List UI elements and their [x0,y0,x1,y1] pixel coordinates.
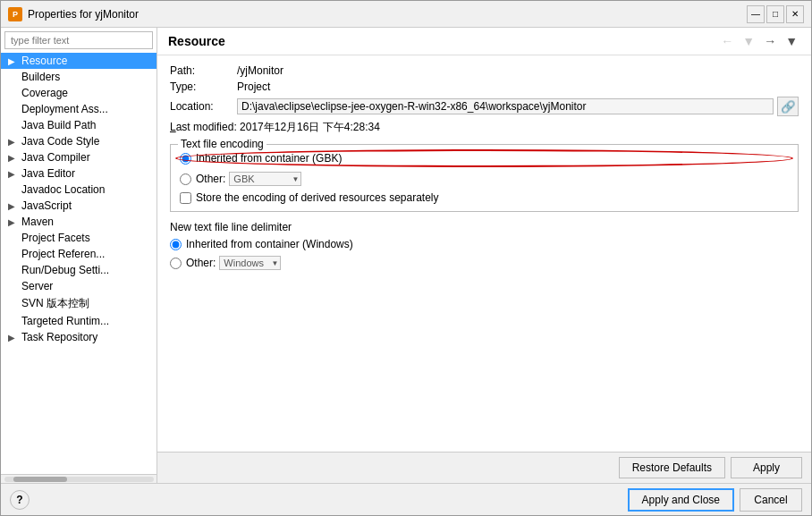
title-bar: P Properties for yjMonitor — □ ✕ [1,1,811,28]
other-line-row: Other: Windows Unix Mac ▼ [170,256,799,270]
sidebar-item-arrow-maven: ▶ [8,217,19,227]
sidebar-item-task-repository[interactable]: ▶Task Repository [1,329,156,345]
sidebar-item-targeted-runtimes[interactable]: Targeted Runtim... [1,313,156,329]
inherited-encoding-radio[interactable] [180,153,191,165]
sidebar-item-project-facets[interactable]: Project Facets [1,230,156,246]
forward-arrow[interactable]: → [761,33,779,49]
sidebar-item-label-task-repository: Task Repository [21,331,97,343]
inherited-line-radio[interactable] [170,239,182,250]
sidebar-item-project-references[interactable]: Project Referen... [1,246,156,262]
sidebar-item-javascript[interactable]: ▶JavaScript [1,198,156,214]
sidebar-item-run-debug-settings[interactable]: Run/Debug Setti... [1,262,156,278]
help-button[interactable]: ? [10,490,30,510]
sidebar-item-arrow-task-repository: ▶ [8,333,19,343]
store-encoding-label: Store the encoding of derived resources … [196,191,439,204]
store-encoding-row: Store the encoding of derived resources … [180,191,789,204]
sidebar-item-maven[interactable]: ▶Maven [1,214,156,230]
text-encoding-section: Text file encoding Inherited from contai… [170,144,799,212]
sidebar-item-java-compiler[interactable]: ▶Java Compiler [1,149,156,165]
sidebar-item-arrow-java-code-style: ▶ [8,137,19,147]
panel-body: Path: /yjMonitor Type: Project Location:… [157,55,811,452]
encoding-dropdown[interactable]: GBK UTF-8 UTF-16 ISO-8859-1 [229,172,301,186]
sidebar-item-label-maven: Maven [21,216,54,228]
sidebar-item-arrow-resource: ▶ [8,56,19,66]
sidebar-item-label-java-code-style: Java Code Style [21,135,99,148]
main-content: ▶ResourceBuildersCoverageDeployment Ass.… [1,28,811,483]
right-panel: Resource ← ▼ → ▼ Path: /yjMonitor Type: … [157,28,811,483]
sidebar-item-label-project-facets: Project Facets [21,232,90,244]
main-window: P Properties for yjMonitor — □ ✕ ▶Resour… [0,0,812,516]
sidebar-item-label-svn: SVN 版本控制 [21,296,89,311]
sidebar-item-resource[interactable]: ▶Resource [1,53,156,69]
other-line-radio[interactable] [170,258,182,269]
location-row: Location: D:\java\eclipse\eclipse-jee-ox… [170,97,799,116]
store-encoding-checkbox[interactable] [180,192,191,204]
sidebar-item-label-java-compiler: Java Compiler [21,151,90,164]
sidebar-item-arrow-java-editor: ▶ [8,169,19,179]
filter-input[interactable] [4,31,153,49]
line-dropdown[interactable]: Windows Unix Mac [219,256,281,270]
sidebar-item-svn[interactable]: SVN 版本控制 [1,294,156,313]
nav-arrows: ← ▼ → ▼ [718,33,800,49]
sidebar-item-server[interactable]: Server [1,278,156,294]
other-encoding-text: Other: [196,173,225,185]
type-row: Type: Project [170,80,799,93]
path-label: Path: [170,64,237,77]
text-encoding-label: Text file encoding [178,138,266,150]
last-modified-row: Last modified: 2017年12月16日 下午4:28:34 [170,120,799,135]
back-arrow[interactable]: ← [718,33,736,49]
bottom-buttons: Apply and Close Cancel [628,488,802,512]
line-delimiter-section: New text file line delimiter Inherited f… [170,221,799,270]
sidebar-item-coverage[interactable]: Coverage [1,85,156,101]
scrollbar-track [4,477,154,482]
sidebar-item-label-javascript: JavaScript [21,199,72,212]
sidebar-item-label-deployment-assembly: Deployment Ass... [21,103,108,115]
minimize-button[interactable]: — [747,5,765,23]
sidebar-item-javadoc-location[interactable]: Javadoc Location [1,182,156,198]
apply-button[interactable]: Apply [731,457,802,478]
forward-arrow-dropdown[interactable]: ▼ [740,33,757,49]
sidebar-item-label-server: Server [21,280,53,292]
title-controls: — □ ✕ [747,5,804,23]
sidebar-item-label-builders: Builders [21,71,60,83]
other-encoding-radio[interactable] [180,173,191,185]
inherited-line-row: Inherited from container (Windows) [170,238,799,250]
sidebar-item-label-coverage: Coverage [21,87,68,99]
last-modified-label: Last modified: [170,121,240,133]
restore-defaults-button[interactable]: Restore Defaults [619,457,725,478]
sidebar-item-label-resource: Resource [21,55,67,67]
location-browse-button[interactable]: 🔗 [777,97,799,116]
sidebar: ▶ResourceBuildersCoverageDeployment Ass.… [1,28,157,483]
scrollbar-thumb [13,477,67,482]
sidebar-item-builders[interactable]: Builders [1,69,156,85]
sidebar-item-java-editor[interactable]: ▶Java Editor [1,165,156,182]
other-encoding-row: Other: GBK UTF-8 UTF-16 ISO-8859-1 ▼ [180,172,789,186]
bottom-bar: ? Apply and Close Cancel [1,483,811,515]
location-label: Location: [170,100,237,113]
maximize-button[interactable]: □ [766,5,784,23]
sidebar-tree: ▶ResourceBuildersCoverageDeployment Ass.… [1,53,156,474]
window-title: Properties for yjMonitor [28,8,747,21]
panel-title: Resource [168,34,718,48]
inherited-encoding-label: Inherited from container (GBK) [196,152,342,165]
apply-and-close-button[interactable]: Apply and Close [628,488,734,512]
cancel-button[interactable]: Cancel [740,488,802,512]
sidebar-item-label-run-debug-settings: Run/Debug Setti... [21,264,109,276]
location-value: D:\java\eclipse\eclipse-jee-oxygen-R-win… [237,98,774,114]
sidebar-item-arrow-java-compiler: ▶ [8,153,19,163]
last-modified-value: 2017年12月16日 下午4:28:34 [240,121,380,133]
sidebar-item-label-java-editor: Java Editor [21,167,75,180]
forward-arrow-dropdown2[interactable]: ▼ [782,33,800,49]
inherited-line-label: Inherited from container (Windows) [186,238,353,250]
action-bar: Restore Defaults Apply [157,452,811,483]
sidebar-item-java-code-style[interactable]: ▶Java Code Style [1,133,156,149]
sidebar-item-java-build-path[interactable]: Java Build Path [1,117,156,133]
path-value: /yjMonitor [237,64,283,77]
window-icon: P [8,7,22,21]
sidebar-item-deployment-assembly[interactable]: Deployment Ass... [1,101,156,117]
line-dropdown-wrapper: Windows Unix Mac ▼ [219,256,281,270]
type-label: Type: [170,80,237,93]
close-button[interactable]: ✕ [786,5,804,23]
path-row: Path: /yjMonitor [170,64,799,77]
sidebar-scrollbar[interactable] [1,474,157,483]
